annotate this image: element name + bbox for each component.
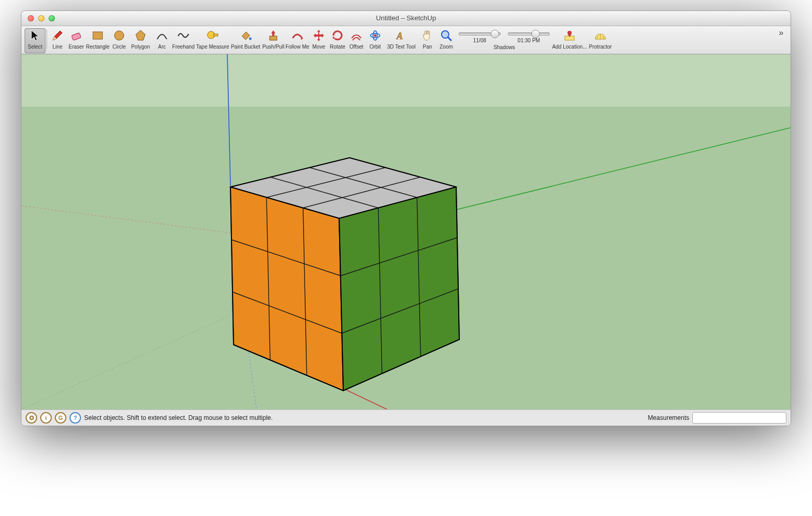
3d-viewport[interactable] [21,54,791,409]
orbit-tool[interactable]: Orbit [366,28,385,53]
tool-label: Tape Measure [196,44,229,50]
pan-tool[interactable]: Pan [418,28,437,53]
circle-tool[interactable]: Circle [110,28,129,53]
tool-label: Orbit [369,44,381,50]
tool-label: Rectangle [86,44,109,50]
magnifier-icon [439,28,453,43]
svg-point-2 [114,31,124,40]
eraser-tool[interactable]: Eraser [67,28,86,53]
select-tool[interactable]: Select [25,28,45,53]
offset-icon [350,28,363,43]
app-window: Untitled – SketchUp Select Line Eraser [21,10,791,426]
rectangle-tool[interactable]: Rectangle [86,28,110,53]
titlebar: Untitled – SketchUp [21,11,791,26]
circle-icon [112,28,126,43]
3d-text-icon: A [395,28,408,43]
svg-line-12 [448,37,451,41]
tool-label: Polygon [131,44,150,50]
follow-me-tool[interactable]: Follow Me [285,28,309,53]
eraser-icon [69,28,83,43]
tool-label: Offset [350,44,364,50]
svg-point-9 [374,34,377,37]
tool-label: Pan [423,44,432,50]
polygon-icon [134,28,147,43]
measurements-input[interactable] [692,412,786,424]
svg-rect-5 [214,34,218,36]
rectangle-icon [91,28,105,43]
svg-rect-1 [93,32,102,39]
shadows-label: Shadows [493,44,515,50]
status-hint: Select objects. Shift to extend select. … [84,414,273,421]
help-icon[interactable]: ? [69,412,81,424]
tool-label: Zoom [439,44,453,50]
shadows-time-value: 01:30 PM [518,38,540,43]
pencil-icon [51,28,64,43]
separator [47,29,47,49]
tool-label: Line [53,44,63,50]
polygon-tool[interactable]: Polygon [129,28,153,53]
line-tool[interactable]: Line [48,28,67,53]
move-tool[interactable]: Move [309,28,328,53]
zoom-tool[interactable]: Zoom [437,28,456,53]
tool-label: Protractor [589,44,612,50]
shadows-control: 11/08 01:30 PM Shadows [458,28,551,50]
info-geolocate-icon[interactable]: G [55,412,66,424]
tape-measure-icon [206,28,219,43]
svg-marker-3 [136,30,145,40]
protractor-tool[interactable]: Protractor [588,28,612,53]
toolbar-overflow[interactable]: » [775,28,787,38]
tool-label: Freehand [172,44,195,50]
push-pull-icon [266,28,280,43]
paint-bucket-tool[interactable]: Paint Bucket [230,28,261,53]
svg-marker-18 [21,54,791,107]
info-credits-icon[interactable]: i [40,412,52,424]
tape-measure-tool[interactable]: Tape Measure [195,28,230,53]
info-person-icon[interactable]: ✪ [26,412,37,424]
hand-icon [421,28,434,43]
shadows-date-slider[interactable]: 11/08 [458,28,502,43]
rotate-icon [331,28,344,43]
orbit-icon [368,28,382,43]
svg-rect-0 [72,33,81,41]
offset-tool[interactable]: Offset [347,28,366,53]
arc-icon [155,28,169,43]
tool-label: Select [28,44,42,50]
push-pull-tool[interactable]: Push/Pull [261,28,285,53]
follow-me-icon [291,28,304,43]
tool-label: Move [312,44,325,50]
add-location-tool[interactable]: Add Location... [551,28,588,53]
shadows-time-slider[interactable]: 01:30 PM [507,28,551,43]
tool-label: Arc [158,44,166,50]
svg-point-11 [442,31,449,38]
tool-label: Eraser [68,44,84,50]
tool-label: Rotate [330,44,345,50]
tool-label: 3D Text Tool [387,44,416,50]
status-bar: ✪ i G ? Select objects. Shift to extend … [21,409,791,426]
tool-label: Paint Bucket [231,44,260,50]
protractor-icon [594,28,607,43]
shadows-date-value: 11/08 [473,38,486,43]
paint-bucket-icon [239,28,252,43]
tool-label: Circle [112,44,126,50]
tool-label: Push/Pull [262,44,284,50]
window-title: Untitled – SketchUp [21,14,791,22]
cursor-icon [28,28,42,43]
svg-text:A: A [396,31,403,41]
main-toolbar: Select Line Eraser Rectangle Circle [21,26,791,54]
measurements-label: Measurements [648,414,689,421]
freehand-tool[interactable]: Freehand [171,28,195,53]
3d-text-tool[interactable]: A 3D Text Tool [385,28,418,53]
arc-tool[interactable]: Arc [153,28,171,53]
tool-label: Follow Me [285,44,309,50]
svg-point-6 [249,38,252,40]
rotate-tool[interactable]: Rotate [328,28,347,53]
map-pin-icon [563,28,576,43]
move-icon [312,28,326,43]
freehand-icon [177,28,190,43]
tool-label: Add Location... [552,44,587,50]
